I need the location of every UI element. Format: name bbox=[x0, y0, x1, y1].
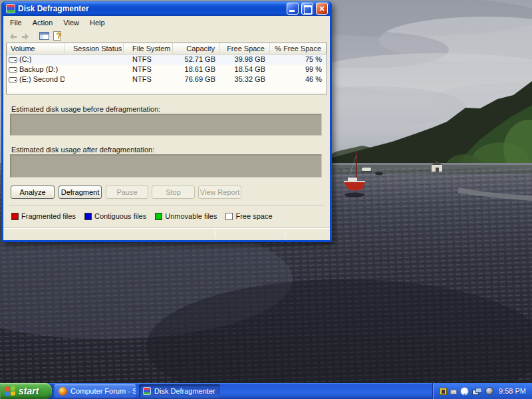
column-header-session-status[interactable]: Session Status bbox=[65, 43, 124, 55]
unmovable-files-swatch bbox=[155, 213, 162, 220]
after-defrag-usage-display bbox=[10, 154, 322, 178]
file-system-value: NTFS bbox=[124, 65, 173, 74]
disk-defragmenter-icon bbox=[6, 4, 15, 13]
analyze-button[interactable]: Analyze bbox=[11, 186, 55, 199]
column-header-free-space[interactable]: Free Space bbox=[220, 43, 270, 55]
legend-label: Unmovable files bbox=[165, 212, 217, 220]
capacity-value: 52.71 GB bbox=[173, 55, 220, 65]
volume-list: Volume Session Status File System Capaci… bbox=[6, 43, 327, 94]
back-arrow-icon bbox=[8, 33, 17, 39]
start-label: start bbox=[19, 386, 39, 396]
task-label: Disk Defragmenter bbox=[154, 387, 215, 395]
window-title: Disk Defragmenter bbox=[18, 4, 284, 13]
free-space-value: 18.54 GB bbox=[220, 65, 270, 74]
window-client-area: File Action View Help Volume Session Sta… bbox=[3, 16, 330, 240]
free-space-value: 35.32 GB bbox=[220, 74, 270, 84]
legend-label: Contiguous files bbox=[94, 212, 146, 220]
after-defrag-label: Estimated disk usage after defragmentati… bbox=[11, 146, 154, 154]
disk-defragmenter-icon bbox=[143, 387, 151, 395]
capacity-value: 76.69 GB bbox=[173, 74, 220, 84]
tray-antivirus-icon[interactable] bbox=[440, 388, 447, 395]
pause-button: Pause bbox=[106, 186, 148, 199]
free-space-swatch bbox=[225, 213, 233, 220]
session-status-value bbox=[65, 65, 124, 74]
close-button[interactable] bbox=[316, 3, 328, 15]
tray-security-icon[interactable] bbox=[485, 387, 493, 395]
menu-view[interactable]: View bbox=[58, 17, 84, 28]
taskbar-clock[interactable]: 9:58 PM bbox=[497, 387, 526, 395]
taskbar-item-computer-forum[interactable]: Computer Forum - Se... bbox=[55, 384, 136, 398]
hide-icons-chevron-icon[interactable] bbox=[460, 387, 469, 396]
console-tree-icon[interactable] bbox=[39, 32, 49, 40]
minimize-button[interactable] bbox=[287, 3, 299, 15]
before-defrag-label: Estimated disk usage before defragmentat… bbox=[11, 105, 160, 113]
volume-name: (C:) bbox=[19, 55, 31, 65]
tray-network-icon[interactable] bbox=[472, 387, 482, 396]
legend-item-free-space: Free space bbox=[225, 212, 272, 220]
legend-separator bbox=[9, 205, 324, 206]
menu-file[interactable]: File bbox=[5, 17, 27, 28]
status-bar-divider bbox=[285, 230, 285, 238]
tray-device-icon[interactable] bbox=[450, 390, 457, 394]
menu-bar: File Action View Help bbox=[3, 16, 330, 29]
status-bar-divider bbox=[215, 230, 215, 238]
legend: Fragmented files Contiguous files Unmova… bbox=[11, 212, 273, 220]
menu-action[interactable]: Action bbox=[27, 17, 59, 28]
volume-name: (E:) Second Drive... bbox=[19, 74, 65, 84]
defragment-button[interactable]: Defragment bbox=[59, 186, 102, 199]
drive-icon bbox=[9, 67, 17, 72]
legend-item-contiguous: Contiguous files bbox=[84, 212, 146, 220]
title-bar[interactable]: Disk Defragmenter bbox=[3, 1, 330, 16]
forward-arrow-icon bbox=[21, 33, 31, 39]
pct-free-space-value: 46 % bbox=[270, 74, 327, 84]
system-tray: 9:58 PM bbox=[432, 383, 532, 399]
task-label: Computer Forum - Se... bbox=[70, 387, 136, 395]
taskbar-item-disk-defragmenter[interactable]: Disk Defragmenter bbox=[139, 384, 220, 398]
before-defrag-usage-display bbox=[10, 114, 322, 136]
file-system-value: NTFS bbox=[124, 74, 173, 84]
legend-item-unmovable: Unmovable files bbox=[155, 212, 217, 220]
windows-logo-icon bbox=[5, 386, 15, 396]
session-status-value bbox=[65, 55, 124, 65]
disk-defragmenter-window: Disk Defragmenter File Action View Help … bbox=[1, 1, 332, 242]
file-system-value: NTFS bbox=[124, 55, 173, 65]
column-header-file-system[interactable]: File System bbox=[124, 43, 173, 55]
toolbar-separator bbox=[35, 31, 35, 41]
legend-label: Fragmented files bbox=[21, 212, 76, 220]
drive-icon bbox=[9, 77, 17, 82]
volume-row-e[interactable]: (E:) Second Drive... NTFS 76.69 GB 35.32… bbox=[7, 74, 327, 84]
pct-free-space-value: 75 % bbox=[270, 55, 327, 65]
help-icon[interactable] bbox=[53, 31, 61, 41]
free-space-value: 39.98 GB bbox=[220, 55, 270, 65]
column-header-capacity[interactable]: Capacity bbox=[173, 43, 220, 55]
volume-list-header: Volume Session Status File System Capaci… bbox=[7, 43, 327, 55]
legend-label: Free space bbox=[235, 212, 272, 220]
column-header-volume[interactable]: Volume bbox=[7, 43, 65, 55]
stop-button: Stop bbox=[152, 186, 195, 199]
pct-free-space-value: 99 % bbox=[270, 65, 327, 74]
volume-name: Backup (D:) bbox=[19, 65, 58, 74]
firefox-icon bbox=[59, 387, 67, 396]
status-bar bbox=[3, 227, 330, 240]
toolbar bbox=[3, 29, 330, 43]
volume-row-c[interactable]: (C:) NTFS 52.71 GB 39.98 GB 75 % bbox=[7, 55, 327, 65]
contiguous-files-swatch bbox=[84, 213, 92, 220]
drive-icon bbox=[9, 57, 17, 63]
column-header-pct-free-space[interactable]: % Free Space bbox=[270, 43, 327, 55]
fragmented-files-swatch bbox=[11, 213, 19, 220]
session-status-value bbox=[65, 74, 124, 84]
volume-row-d[interactable]: Backup (D:) NTFS 18.61 GB 18.54 GB 99 % bbox=[7, 65, 327, 74]
capacity-value: 18.61 GB bbox=[173, 65, 220, 74]
view-report-button: View Report bbox=[198, 186, 241, 199]
start-button[interactable]: start bbox=[0, 383, 52, 399]
maximize-button[interactable] bbox=[301, 3, 313, 15]
taskbar: start Computer Forum - Se... Disk Defrag… bbox=[0, 383, 532, 399]
menu-help[interactable]: Help bbox=[84, 17, 110, 28]
legend-item-fragmented: Fragmented files bbox=[11, 212, 76, 220]
